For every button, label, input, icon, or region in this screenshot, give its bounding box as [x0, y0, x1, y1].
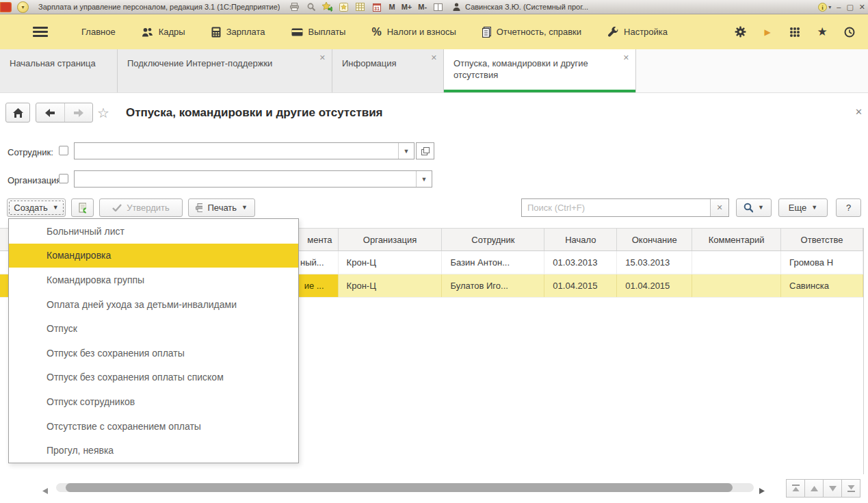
table-cell[interactable]: 15.03.2013	[617, 251, 692, 274]
column-header[interactable]: Организация	[339, 229, 443, 250]
play-icon[interactable]: ▶	[761, 26, 774, 38]
table-cell[interactable]: 01.03.2013	[544, 251, 617, 274]
table-cell[interactable]: 01.04.2015	[617, 274, 692, 297]
go-previous-button[interactable]	[804, 479, 824, 498]
current-user[interactable]: Савинская З.Ю. (Системный прог...	[451, 2, 622, 12]
menu-item-zarplata[interactable]: Зарплата	[198, 21, 278, 43]
print-button[interactable]: Печать▼	[188, 198, 255, 217]
main-menu-button[interactable]: ▾	[17, 1, 29, 13]
create-menu-item[interactable]: Отпуск без сохранения оплаты списком	[9, 365, 298, 390]
column-header[interactable]: Ответстве	[781, 229, 863, 250]
menu-item-kadry[interactable]: Кадры	[129, 21, 198, 42]
chevron-down-icon[interactable]: ▼	[416, 171, 432, 187]
info-icon[interactable]: i ▾	[818, 3, 831, 12]
approve-button[interactable]: Утвердить	[99, 198, 183, 217]
scrollbar-thumb[interactable]	[66, 483, 733, 492]
create-copy-button[interactable]	[71, 198, 94, 217]
create-menu-item[interactable]: Командировка группы	[9, 268, 298, 292]
horizontal-scrollbar[interactable]	[0, 481, 868, 495]
table-cell[interactable]: Савинска	[781, 274, 863, 297]
employee-filter-checkbox[interactable]	[59, 146, 68, 155]
close-button[interactable]: ✕	[859, 3, 865, 12]
memory-m-button[interactable]: M	[389, 3, 395, 11]
bookmark-icon[interactable]	[339, 2, 349, 12]
table-cell[interactable]: Крон-Ц	[339, 251, 443, 274]
table-cell[interactable]: Булатов Иго...	[442, 274, 544, 297]
back-button[interactable]	[36, 103, 65, 122]
employee-open-list-button[interactable]	[416, 142, 434, 159]
create-menu-item[interactable]: Отсутствие с сохранением оплаты	[9, 414, 298, 439]
star-icon[interactable]: ★	[816, 26, 828, 38]
tab-2[interactable]: Информация✕	[332, 49, 444, 92]
table-cell[interactable]	[692, 274, 781, 297]
forward-button[interactable]	[65, 103, 93, 122]
record-nav-buttons	[787, 479, 860, 498]
menu-item-label: Кадры	[159, 27, 185, 37]
help-button[interactable]: ?	[836, 198, 861, 217]
tab-close-icon[interactable]: ✕	[431, 54, 437, 61]
menu-item-glavnoe[interactable]: Главное	[68, 21, 129, 42]
scroll-left-icon[interactable]	[42, 485, 48, 497]
memory-m-minus-button[interactable]: M-	[418, 3, 427, 11]
hamburger-icon[interactable]	[33, 27, 48, 37]
table-cell[interactable]: 01.04.2015	[544, 274, 617, 297]
report-icon	[482, 27, 491, 38]
table-cell[interactable]	[692, 251, 781, 274]
create-button[interactable]: Создать▼	[7, 198, 66, 217]
preview-icon[interactable]	[306, 2, 316, 12]
organization-filter-checkbox[interactable]	[59, 174, 68, 183]
create-menu-item[interactable]: Больничный лист	[9, 219, 298, 244]
svg-text:31: 31	[374, 5, 380, 10]
create-menu-item[interactable]: Оплата дней ухода за детьми-инвалидами	[9, 292, 298, 317]
column-header[interactable]: Окончание	[617, 229, 692, 250]
table-cell[interactable]: Крон-Ц	[339, 274, 443, 297]
table-cell[interactable]: Громова Н	[781, 251, 863, 274]
print-icon[interactable]	[289, 2, 300, 12]
gear-icon[interactable]	[734, 26, 746, 38]
menu-item-nalogi[interactable]: %Налоги и взносы	[358, 21, 469, 44]
go-first-button[interactable]	[786, 479, 805, 498]
column-header[interactable]: Сотрудник	[442, 229, 544, 250]
printer-icon	[196, 203, 202, 212]
menu-item-otchetnost[interactable]: Отчетность, справки	[469, 21, 594, 43]
go-next-button[interactable]	[823, 479, 842, 498]
scrollbar-track[interactable]	[56, 483, 754, 492]
favorite-star-icon[interactable]: ☆	[97, 105, 109, 121]
form-close-icon[interactable]: ✕	[855, 107, 863, 117]
create-menu-item[interactable]: Отпуск сотрудников	[9, 389, 298, 414]
tab-3[interactable]: Отпуска, командировки и другие отсутстви…	[444, 49, 636, 92]
split-window-icon[interactable]	[433, 2, 443, 12]
column-header[interactable]: Начало	[544, 229, 617, 250]
create-menu-item[interactable]: Отпуск без сохранения оплаты	[9, 341, 298, 365]
tab-1[interactable]: Подключение Интернет-поддержки✕	[118, 49, 332, 92]
maximize-button[interactable]: ▢	[846, 3, 853, 12]
more-button[interactable]: Еще▼	[778, 198, 828, 217]
active-tab-indicator	[444, 90, 635, 92]
create-menu-item[interactable]: Прогул, неявка	[9, 438, 298, 463]
organization-filter-input[interactable]	[75, 171, 416, 187]
tab-close-icon[interactable]: ✕	[623, 54, 629, 61]
tab-close-icon[interactable]: ✕	[319, 54, 326, 61]
calendar-icon[interactable]: 31	[371, 2, 382, 12]
column-header[interactable]: Комментарий	[692, 229, 781, 250]
memory-m-plus-button[interactable]: M+	[402, 3, 412, 11]
chevron-down-icon[interactable]: ▼	[398, 143, 414, 159]
home-button[interactable]	[5, 103, 30, 122]
menu-item-vyplaty[interactable]: Выплаты	[278, 21, 359, 42]
go-last-button[interactable]	[841, 479, 860, 498]
search-settings-button[interactable]: ▼	[736, 198, 772, 217]
table-icon[interactable]	[355, 2, 365, 12]
create-menu-item[interactable]: Отпуск	[9, 316, 298, 341]
history-icon[interactable]	[843, 26, 856, 38]
employee-filter-input[interactable]	[75, 143, 398, 159]
minimize-button[interactable]: –	[837, 3, 841, 11]
star-go-icon[interactable]	[322, 2, 332, 12]
search-clear-icon[interactable]: ✕	[710, 199, 728, 216]
tab-0[interactable]: Начальная страница	[0, 49, 118, 92]
grid-icon[interactable]	[789, 26, 801, 38]
scroll-right-icon[interactable]	[759, 485, 765, 497]
search-input[interactable]	[522, 199, 710, 216]
menu-item-nastroyka[interactable]: Настройка	[594, 21, 681, 43]
create-menu-item[interactable]: Командировка	[9, 244, 298, 268]
table-cell[interactable]: Базин Антон...	[442, 251, 544, 274]
